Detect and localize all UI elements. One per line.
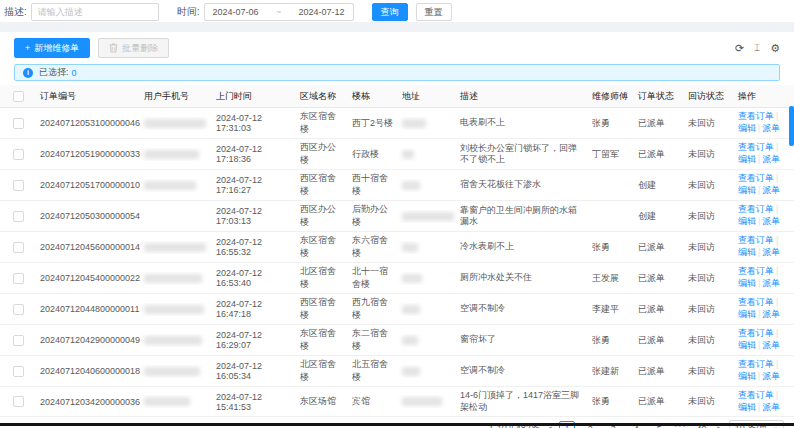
edit-link[interactable]: 编辑: [738, 340, 756, 350]
cell-order-status: 已派单: [634, 393, 684, 410]
edit-link[interactable]: 编辑: [738, 123, 756, 133]
cell-visit-status: 未回访: [684, 393, 734, 410]
row-checkbox[interactable]: [13, 335, 24, 346]
dispatch-link[interactable]: 派单: [762, 402, 780, 412]
filter-bar: 描述: 时间: 2024-07-06 ~ 2024-07-12 查询 重置: [0, 0, 794, 22]
view-order-link[interactable]: 查看订单: [738, 266, 774, 276]
cell-visit-time: 2024-07-12 16:05:34: [212, 359, 296, 383]
settings-icon[interactable]: ⚙: [770, 43, 780, 54]
batch-delete-button[interactable]: 批量删除: [98, 38, 169, 58]
redacted-phone: [144, 336, 202, 345]
column-height-icon[interactable]: ⌶: [754, 43, 760, 53]
edit-link[interactable]: 编辑: [738, 278, 756, 288]
view-order-link[interactable]: 查看订单: [738, 328, 774, 338]
dispatch-link[interactable]: 派单: [762, 123, 780, 133]
cell-description: 厕所冲水处关不住: [456, 270, 588, 285]
cell-building: 后勤办公楼: [348, 201, 398, 231]
dispatch-link[interactable]: 派单: [762, 154, 780, 164]
repair-order-management-page: 描述: 时间: 2024-07-06 ~ 2024-07-12 查询 重置 +新…: [0, 0, 794, 428]
row-checkbox[interactable]: [13, 118, 24, 129]
cell-address-redacted: [398, 365, 456, 378]
dispatch-link[interactable]: 派单: [762, 309, 780, 319]
view-order-link[interactable]: 查看订单: [738, 235, 774, 245]
edit-link[interactable]: 编辑: [738, 154, 756, 164]
cell-building: 西丁2号楼: [348, 115, 398, 132]
cell-visit-status: 未回访: [684, 332, 734, 349]
action-separator: |: [758, 371, 760, 381]
redacted-phone: [144, 181, 196, 190]
view-order-link[interactable]: 查看订单: [738, 390, 774, 400]
view-order-link[interactable]: 查看订单: [738, 359, 774, 369]
edit-link[interactable]: 编辑: [738, 309, 756, 319]
cell-phone-redacted: [140, 148, 212, 161]
edit-link[interactable]: 编辑: [738, 216, 756, 226]
cell-order-status: 已派单: [634, 301, 684, 318]
scrollbar-thumb[interactable]: [789, 106, 794, 146]
date-start-value[interactable]: 2024-07-06: [213, 7, 259, 17]
row-checkbox[interactable]: [13, 242, 24, 253]
view-order-link[interactable]: 查看订单: [738, 111, 774, 121]
add-repair-order-button[interactable]: +新增维修单: [14, 38, 90, 58]
reset-button[interactable]: 重置: [416, 3, 452, 21]
table-row: 202407120456000000142024-07-12 16:55:32东…: [0, 232, 794, 263]
row-checkbox[interactable]: [13, 273, 24, 284]
dispatch-link[interactable]: 派单: [762, 185, 780, 195]
dispatch-link[interactable]: 派单: [762, 216, 780, 226]
table-row: 202407120429000000492024-07-12 16:29:07东…: [0, 325, 794, 356]
date-range-picker[interactable]: 2024-07-06 ~ 2024-07-12: [204, 3, 354, 21]
cell-order-status: 创建: [634, 177, 684, 194]
dispatch-link[interactable]: 派单: [762, 340, 780, 350]
row-checkbox[interactable]: [13, 366, 24, 377]
cell-description: 宿舍天花板往下渗水: [456, 177, 588, 192]
row-checkbox[interactable]: [13, 149, 24, 160]
search-button[interactable]: 查询: [372, 3, 408, 21]
view-order-link[interactable]: 查看订单: [738, 297, 774, 307]
row-checkbox[interactable]: [13, 211, 24, 222]
view-order-link[interactable]: 查看订单: [738, 173, 774, 183]
edit-link[interactable]: 编辑: [738, 371, 756, 381]
dispatch-link[interactable]: 派单: [762, 247, 780, 257]
edit-link[interactable]: 编辑: [738, 247, 756, 257]
dispatch-link[interactable]: 派单: [762, 371, 780, 381]
action-separator: |: [776, 297, 778, 307]
edit-link[interactable]: 编辑: [738, 185, 756, 195]
row-checkbox[interactable]: [13, 304, 24, 315]
redacted-phone: [144, 367, 200, 376]
cell-master: 王发展: [588, 270, 634, 287]
cell-building: 东六宿舍楼: [348, 232, 398, 262]
redacted-address: [402, 212, 454, 221]
table-header-row: 订单编号用户手机号上门时间区域名称楼栋地址描述维修师傅订单状态回访状态操作: [0, 85, 794, 108]
cell-phone-redacted: [140, 334, 212, 347]
cell-description: 窗帘坏了: [456, 332, 588, 347]
cell-phone-redacted: [140, 395, 212, 408]
redacted-phone: [144, 274, 202, 283]
cell-master: 张勇: [588, 239, 634, 256]
row-checkbox-cell: [0, 364, 36, 379]
action-separator: |: [776, 173, 778, 183]
action-separator: |: [758, 309, 760, 319]
refresh-icon[interactable]: ⟳: [735, 43, 744, 54]
date-end-value[interactable]: 2024-07-12: [299, 7, 345, 17]
cell-order-status: 已派单: [634, 363, 684, 380]
cell-region: 东区宿舍楼: [296, 108, 348, 138]
desc-filter-input[interactable]: [31, 3, 159, 21]
cell-building: 宾馆: [348, 393, 398, 410]
redacted-address: [402, 181, 420, 190]
cell-actions: 查看订单|编辑|派单: [734, 295, 788, 322]
cell-address-redacted: [398, 148, 456, 161]
cell-region: 东区场馆: [296, 393, 348, 410]
view-order-link[interactable]: 查看订单: [738, 142, 774, 152]
cell-address-redacted: [398, 334, 456, 347]
cell-building: 东二宿舍楼: [348, 325, 398, 355]
edit-link[interactable]: 编辑: [738, 402, 756, 412]
cell-actions: 查看订单|编辑|派单: [734, 202, 788, 229]
row-checkbox[interactable]: [13, 396, 24, 407]
row-checkbox[interactable]: [13, 180, 24, 191]
view-order-link[interactable]: 查看订单: [738, 204, 774, 214]
select-all-checkbox[interactable]: [13, 91, 24, 102]
cell-description: 刘校长办公室门锁坏了，回弹不了锁不上: [456, 141, 588, 168]
cell-description: 空调不制冷: [456, 301, 588, 316]
dispatch-link[interactable]: 派单: [762, 278, 780, 288]
cell-master: 张建新: [588, 363, 634, 380]
cell-phone-redacted: [140, 365, 212, 378]
